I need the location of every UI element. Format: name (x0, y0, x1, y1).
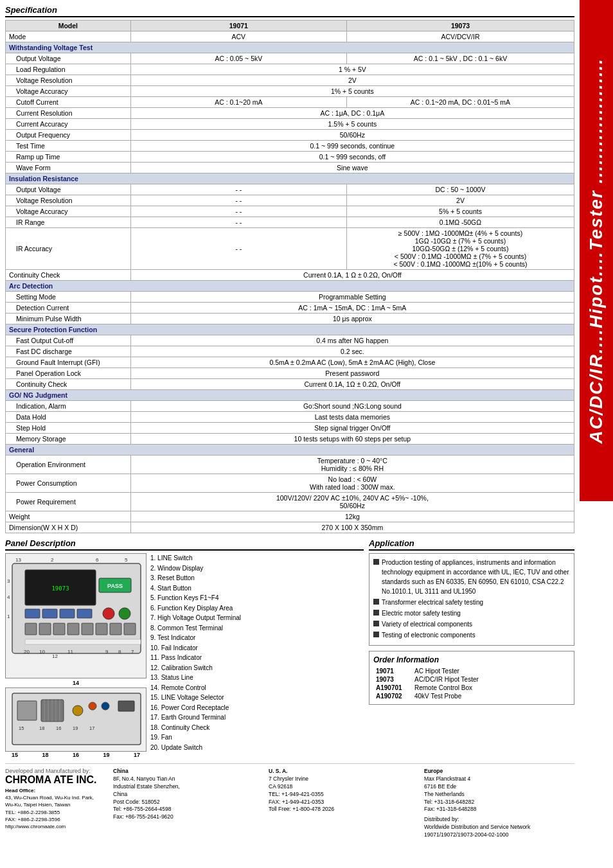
row-label: Weight (6, 511, 131, 522)
row-value: AC : 1μA, DC : 0.1μA (130, 108, 574, 119)
svg-text:9: 9 (105, 649, 109, 655)
spec-section-title: Specification (5, 5, 574, 17)
panel-list-item: 7. High Voltage Output Terminal (150, 613, 241, 623)
row-label: Continuity Check (6, 270, 131, 281)
main-content: Specification Model 19071 19073 ModeACVA… (0, 0, 580, 839)
row-value: No load : < 60W With rated load : 300W m… (130, 474, 574, 493)
row-label: Dimension(W X H X D) (6, 522, 131, 533)
bullet-icon (373, 559, 379, 565)
row-label: Secure Protection Function (6, 324, 574, 335)
footer-cols: China 8F, No.4, Nanyou Tian An Industria… (113, 768, 574, 839)
svg-rect-35 (17, 701, 37, 720)
row-label: Power Consumption (6, 474, 131, 493)
usa-col: U. S. A. 7 Chrysler Irvine CA 92618 TEL:… (269, 768, 419, 839)
row-value: 10 tests setups with 60 steps per setup (130, 434, 574, 445)
order-desc: AC/DC/IR Hipot Tester (412, 675, 570, 684)
row-label: Minimum Pulse Width (6, 314, 131, 324)
footer-right: Distributed by: Worldwide Distribution a… (424, 816, 574, 839)
svg-text:11: 11 (67, 649, 73, 655)
order-desc: AC Hipot Tester (412, 667, 570, 675)
svg-text:10: 10 (39, 649, 45, 655)
side-banner: AC/DC/IR....Hipot....Tester ............… (580, 0, 613, 501)
row-label: Step Hold (6, 423, 131, 434)
svg-rect-5 (25, 609, 40, 618)
bullet-icon (373, 632, 379, 637)
row-label: Fast Output Cut-off (6, 335, 131, 346)
row-col2: ≥ 500V : 1MΩ -1000MΩ± (4% + 5 counts) 1G… (346, 228, 574, 270)
bottom-layout: Panel Description 19073 PASS (5, 538, 574, 758)
europe-col: Europe Max Planckstraat 4 6716 BE Ede Th… (424, 768, 574, 839)
panel-list-item: 5. Function Keys F1~F4 (150, 593, 241, 603)
panel-list-item: 1. LINE Switch (150, 553, 241, 563)
row-label: Data Hold (6, 412, 131, 423)
bullet-text: Variety of electrical components (382, 619, 472, 629)
row-label: Continuity Check (6, 379, 131, 390)
row-value: 0.1 ~ 999 seconds, off (130, 152, 574, 163)
svg-text:8: 8 (118, 649, 121, 655)
row-col1: ACV (130, 31, 346, 42)
svg-rect-8 (77, 609, 92, 618)
europe-address: Max Planckstraat 4 6716 BE Ede The Nethe… (424, 775, 574, 813)
bullet-text: Production testing of appliances, instru… (382, 558, 570, 596)
svg-rect-12 (39, 623, 51, 635)
svg-text:19: 19 (73, 725, 78, 731)
row-label: IR Accuracy (6, 228, 131, 270)
lbl-15: 15 (12, 752, 18, 758)
order-desc: Remote Control Box (412, 684, 570, 692)
panel-list-item: 19. Fan (150, 732, 241, 743)
row-value: 0.4 ms after NG happen (130, 335, 574, 346)
row-label: Indication, Alarm (6, 401, 131, 412)
footer-company: Developed and Manufactured by: CHROMA AT… (5, 768, 108, 839)
svg-text:13: 13 (15, 557, 21, 563)
panel-list-item: 4. Start Button (150, 583, 241, 594)
row-label: Output Frequency (6, 130, 131, 141)
row-col1: AC : 0.05 ~ 5kV (130, 53, 346, 64)
panel-bottom-diagram: 15 18 16 19 17 (5, 687, 147, 752)
head-office-label: Head Office: (5, 787, 108, 794)
head-office-address: 43, Wu-Chuan Road, Wu-Ku Ind. Park, Wu-K… (5, 794, 108, 830)
row-value: Last tests data memories (130, 412, 574, 423)
panel-list-item: 14. Remote Control (150, 683, 241, 693)
row-label: Withstanding Voltage Test (6, 42, 574, 53)
panel-list-item: 8. Common Test Terminal (150, 623, 241, 633)
svg-text:1: 1 (7, 614, 10, 619)
svg-text:3: 3 (7, 578, 10, 584)
row-label: Setting Mode (6, 292, 131, 303)
row-value: Step signal trigger On/Off (130, 423, 574, 434)
app-bullet-item: Production testing of appliances, instru… (373, 558, 570, 596)
row-value: Go:Short sound ;NG:Long sound (130, 401, 574, 412)
panel-section-title: Panel Description (5, 538, 364, 551)
svg-text:2: 2 (51, 557, 54, 563)
svg-text:4: 4 (7, 594, 10, 600)
app-bullet-item: Transformer electrical safety testing (373, 598, 570, 607)
row-col1: AC : 0.1~20 mA (130, 97, 346, 108)
row-label: Voltage Accuracy (6, 86, 131, 97)
row-label: General (6, 445, 574, 456)
svg-text:12: 12 (52, 653, 58, 659)
row-label: Current Accuracy (6, 119, 131, 130)
svg-rect-13 (53, 623, 65, 635)
svg-text:20: 20 (24, 649, 30, 655)
row-label: Insulation Resistance (6, 173, 574, 184)
row-value: 10 μs approx (130, 314, 574, 324)
app-bullet-item: Variety of electrical components (373, 619, 570, 629)
row-value: 0.2 sec. (130, 346, 574, 357)
row-label: Cutoff Current (6, 97, 131, 108)
row-label: Output Voltage (6, 53, 131, 64)
row-label: Test Time (6, 141, 131, 152)
svg-text:17: 17 (89, 725, 94, 731)
app-bullet-item: Electric motor safety testing (373, 608, 570, 618)
panel-list-item: 11. Pass Indicator (150, 653, 241, 663)
svg-rect-18 (124, 623, 136, 635)
spec-table: Model 19071 19073 ModeACVACV/DCV/IRWiths… (5, 20, 574, 533)
panel-section: Panel Description 19073 PASS (5, 538, 364, 758)
row-label: Wave Form (6, 163, 131, 173)
order-model: 19071 (373, 667, 412, 675)
panel-list-item: 18. Continuity Check (150, 723, 241, 733)
svg-text:19073: 19073 (51, 585, 69, 592)
china-col: China 8F, No.4, Nanyou Tian An Industria… (113, 768, 263, 839)
developed-label: Developed and Manufactured by: (5, 768, 108, 774)
panel-list-item: 16. Power Cord Receptacle (150, 703, 241, 713)
svg-text:15: 15 (19, 725, 24, 731)
panel-list-item: 15. LINE Voltage Selector (150, 693, 241, 703)
